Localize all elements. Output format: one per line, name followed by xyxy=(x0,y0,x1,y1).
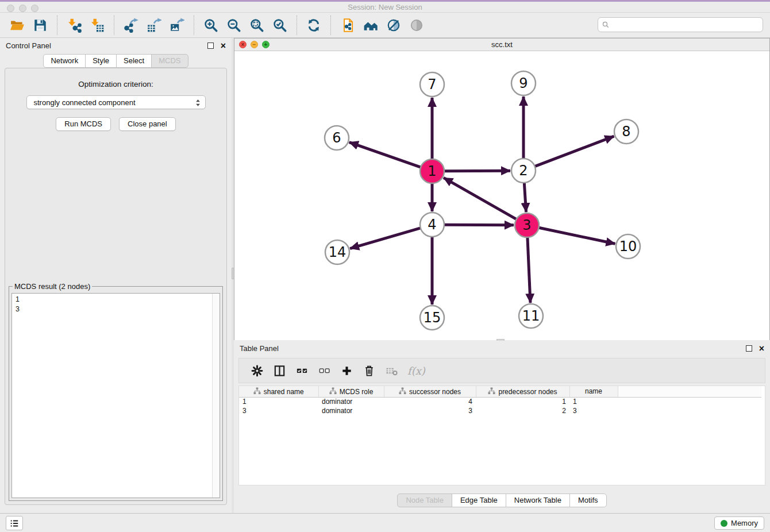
refresh-button[interactable] xyxy=(305,17,322,34)
graph-edge-2-3[interactable] xyxy=(524,183,526,212)
close-panel-button[interactable]: Close panel xyxy=(119,117,176,131)
save-session-icon xyxy=(33,18,48,33)
table-row[interactable]: 1dominator411 xyxy=(239,397,761,406)
network-canvas[interactable]: 1234678910111415 xyxy=(234,51,769,340)
cell[interactable]: dominator xyxy=(318,406,384,415)
toolbar-separator xyxy=(114,16,114,35)
first-neighbors-button[interactable] xyxy=(362,17,379,34)
toggle-panel-layout-button[interactable] xyxy=(273,364,286,377)
graph-edge-3-11[interactable] xyxy=(528,237,530,303)
table-panel: Table Panel × f(x) shared nameMCDS roles… xyxy=(234,341,770,513)
tab-mcds[interactable]: MCDS xyxy=(151,54,188,68)
control-panel-tabs: NetworkStyleSelectMCDS xyxy=(0,54,232,68)
table-row[interactable]: 3dominator323 xyxy=(239,406,761,415)
table-tab-node-table[interactable]: Node Table xyxy=(397,494,452,507)
import-network-button[interactable] xyxy=(66,17,83,34)
cell[interactable]: 2 xyxy=(476,406,569,415)
cell[interactable]: 3 xyxy=(239,406,318,415)
run-mcds-button[interactable]: Run MCDS xyxy=(56,117,111,131)
os-titlebar: Session: New Session xyxy=(0,0,770,13)
cell[interactable]: 3 xyxy=(569,406,618,415)
column-header-predecessor-nodes[interactable]: predecessor nodes xyxy=(476,386,569,397)
graph-node-14[interactable]: 14 xyxy=(325,240,349,264)
table-tab-network-table[interactable]: Network Table xyxy=(506,494,570,507)
column-header-shared-name[interactable]: shared name xyxy=(239,386,318,397)
graph-edge-4-14[interactable] xyxy=(350,228,421,249)
close-table-panel-icon[interactable]: × xyxy=(759,345,764,352)
mcds-panel-body: Optimization criterion: strongly connect… xyxy=(5,68,227,505)
graph-edge-2-8[interactable] xyxy=(535,136,614,166)
graph-edge-1-2[interactable] xyxy=(444,171,510,171)
cell[interactable]: 1 xyxy=(476,397,569,406)
delete-entry-icon xyxy=(363,364,376,377)
result-scrollbar[interactable] xyxy=(212,294,220,498)
tab-style[interactable]: Style xyxy=(85,54,117,68)
export-table-button[interactable] xyxy=(145,17,163,34)
column-header-successor-nodes[interactable]: successor nodes xyxy=(384,386,476,397)
graph-node-8[interactable]: 8 xyxy=(614,119,638,144)
graph-node-10[interactable]: 10 xyxy=(616,234,640,259)
table-options-button[interactable] xyxy=(251,364,264,377)
optimization-criterion-value: strongly connected component xyxy=(34,98,136,107)
table-tab-edge-table[interactable]: Edge Table xyxy=(452,494,506,507)
cell[interactable]: dominator xyxy=(318,397,384,406)
task-history-button[interactable] xyxy=(6,516,23,530)
delete-entry-button[interactable] xyxy=(363,364,376,377)
graph-node-9[interactable]: 9 xyxy=(511,71,536,95)
cell[interactable]: 1 xyxy=(569,397,618,406)
graph-node-15[interactable]: 15 xyxy=(420,306,444,330)
unselect-all-check-button[interactable] xyxy=(318,364,331,377)
table-body: 1dominator4113dominator323 xyxy=(239,397,761,415)
graph-node-3[interactable]: 3 xyxy=(515,213,539,237)
mcds-result-title: MCDS result (2 nodes) xyxy=(13,282,92,291)
add-entry-button[interactable] xyxy=(340,364,353,377)
graph-node-11[interactable]: 11 xyxy=(519,304,543,328)
visual-styles-button[interactable] xyxy=(385,17,402,34)
select-all-check-button[interactable] xyxy=(295,364,309,377)
mcds-result-area[interactable]: 1 3 xyxy=(11,293,220,498)
svg-text:7: 7 xyxy=(428,76,436,92)
attribute-icon xyxy=(399,387,406,395)
hide-selected-button[interactable] xyxy=(408,17,425,34)
open-session-button[interactable] xyxy=(9,17,26,34)
float-panel-icon[interactable] xyxy=(207,43,214,49)
table-tab-motifs[interactable]: Motifs xyxy=(569,494,607,507)
export-network-icon xyxy=(124,18,138,33)
tab-select[interactable]: Select xyxy=(116,54,152,68)
cell[interactable]: 3 xyxy=(384,406,476,415)
import-table-button[interactable] xyxy=(88,17,106,34)
tab-network[interactable]: Network xyxy=(43,54,86,68)
export-table-icon xyxy=(147,18,161,33)
graph-node-2[interactable]: 2 xyxy=(511,159,536,183)
save-session-button[interactable] xyxy=(32,17,49,34)
cell[interactable]: 4 xyxy=(384,397,476,406)
cell[interactable]: 1 xyxy=(239,397,318,406)
graph-edge-3-1[interactable] xyxy=(444,178,517,219)
zoom-in-button[interactable] xyxy=(202,17,220,34)
toggle-panel-layout-icon xyxy=(273,364,286,377)
search-icon xyxy=(602,21,610,29)
graph-node-4[interactable]: 4 xyxy=(420,213,444,237)
memory-button[interactable]: Memory xyxy=(714,516,764,530)
control-panel-title: Control Panel xyxy=(6,41,51,50)
zoom-selected-button[interactable] xyxy=(271,17,288,34)
zoom-out-button[interactable] xyxy=(225,17,242,34)
column-header-name[interactable]: name xyxy=(569,386,618,397)
close-panel-icon[interactable]: × xyxy=(221,43,226,49)
float-table-panel-icon[interactable] xyxy=(746,345,752,352)
control-panel-header: Control Panel × xyxy=(0,38,232,53)
graph-edge-4-3[interactable] xyxy=(444,225,514,225)
graph-node-7[interactable]: 7 xyxy=(420,72,444,97)
graph-node-6[interactable]: 6 xyxy=(325,126,349,150)
graph-node-1[interactable]: 1 xyxy=(420,159,444,183)
graph-edge-3-10[interactable] xyxy=(539,228,615,244)
optimization-criterion-select[interactable]: strongly connected component xyxy=(26,95,206,109)
graph-edge-1-6[interactable] xyxy=(349,142,421,167)
export-image-button[interactable] xyxy=(168,17,186,34)
zoom-fit-button[interactable] xyxy=(248,17,265,34)
export-network-button[interactable] xyxy=(122,17,140,34)
search-input[interactable] xyxy=(598,17,763,32)
column-header-MCDS-role[interactable]: MCDS role xyxy=(318,386,384,397)
network-from-selection-button[interactable] xyxy=(339,17,356,34)
list-icon xyxy=(9,518,20,529)
